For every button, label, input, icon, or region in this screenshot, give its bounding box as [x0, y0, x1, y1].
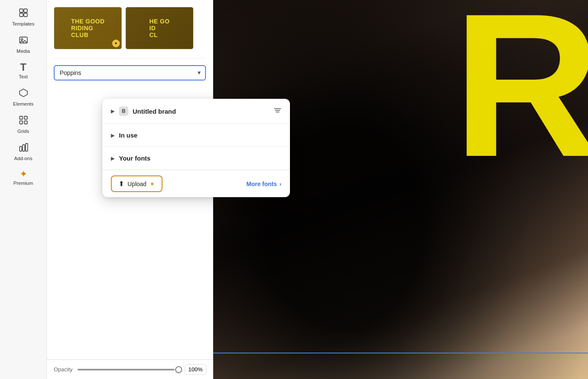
font-select[interactable]: Poppins Roboto Open Sans Montserrat	[54, 65, 206, 80]
more-fonts-label: More fonts	[246, 181, 277, 187]
more-fonts-chevron-icon: ›	[279, 181, 281, 187]
brand-logo-icon: B	[119, 106, 128, 116]
sidebar-item-text-label: Text	[19, 74, 28, 79]
font-select-wrapper: Poppins Roboto Open Sans Montserrat ▼	[54, 65, 206, 80]
sidebar-item-premium-label: Premium	[13, 181, 33, 186]
sidebar: Templates Media T Text Elements	[0, 0, 47, 379]
sidebar-item-templates-label: Templates	[12, 21, 34, 26]
section-title-your-fonts: Your fonts	[119, 155, 281, 162]
sidebar-item-elements[interactable]: Elements	[4, 83, 43, 111]
chevron-right-icon-inuse: ▶	[111, 132, 115, 138]
svg-rect-1	[24, 9, 27, 12]
upload-font-button[interactable]: ⬆ Upload ✦	[111, 175, 162, 192]
sidebar-item-media-label: Media	[17, 49, 30, 54]
template-thumbnail-2[interactable]: HE GOIDCL	[125, 7, 194, 49]
sidebar-item-premium[interactable]: ✦ Premium	[4, 165, 43, 190]
elements-icon	[18, 88, 29, 100]
font-section-header-in-use[interactable]: ▶ In use	[102, 124, 290, 146]
svg-rect-2	[20, 13, 23, 17]
upload-icon: ⬆	[119, 180, 124, 188]
premium-badge-1: ✦	[112, 40, 120, 47]
sidebar-item-text[interactable]: T Text	[4, 58, 43, 83]
sidebar-item-media[interactable]: Media	[4, 31, 43, 58]
section-title-brand: Untitled brand	[133, 108, 269, 115]
chevron-right-icon-brand: ▶	[111, 108, 115, 114]
filter-icon[interactable]	[274, 107, 281, 115]
svg-point-5	[21, 39, 23, 40]
svg-rect-7	[24, 116, 27, 119]
svg-rect-9	[24, 121, 27, 124]
font-section-your-fonts: ▶ Your fonts	[102, 147, 290, 170]
svg-rect-6	[20, 116, 23, 119]
upload-button-label: Upload	[127, 181, 146, 187]
upload-premium-icon: ✦	[150, 181, 155, 187]
media-icon	[18, 35, 29, 47]
addons-icon	[18, 142, 29, 154]
sidebar-item-addons-label: Add-ons	[14, 156, 32, 161]
premium-icon: ✦	[20, 169, 27, 179]
text-icon: T	[20, 62, 26, 72]
sidebar-item-addons[interactable]: Add-ons	[4, 138, 43, 165]
opacity-label: Opacity	[54, 366, 72, 373]
sidebar-item-elements-label: Elements	[13, 101, 34, 106]
svg-rect-11	[23, 145, 25, 151]
templates-icon	[18, 8, 29, 20]
section-title-inuse: In use	[119, 132, 281, 139]
chevron-right-icon-yourfonts: ▶	[111, 155, 115, 161]
sidebar-item-grids-label: Grids	[17, 129, 29, 134]
blue-selection-line	[213, 353, 588, 353]
font-section-untitled-brand: ▶ B Untitled brand	[102, 99, 290, 124]
font-dropdown: ▶ B Untitled brand ▶ In use	[102, 99, 290, 197]
font-dropdown-footer: ⬆ Upload ✦ More fonts ›	[102, 170, 290, 197]
svg-rect-0	[20, 9, 23, 12]
opacity-slider[interactable]	[78, 369, 180, 370]
sidebar-item-templates[interactable]: Templates	[4, 3, 43, 31]
svg-rect-12	[26, 144, 28, 151]
sidebar-item-grids[interactable]: Grids	[4, 111, 43, 138]
svg-rect-3	[24, 13, 27, 17]
yellow-r-letter: R	[453, 0, 588, 187]
svg-rect-8	[20, 121, 23, 124]
left-panel: THE GOODRIDINGCLUB ✦ HE GOIDCL Poppins R…	[47, 0, 213, 379]
font-section-in-use: ▶ In use	[102, 124, 290, 147]
opacity-bar: Opacity 100%	[47, 359, 213, 379]
grids-icon	[18, 115, 29, 127]
thumbnails-row: THE GOODRIDINGCLUB ✦ HE GOIDCL	[54, 7, 206, 49]
font-section-header-your-fonts[interactable]: ▶ Your fonts	[102, 147, 290, 169]
font-section-header-untitled-brand[interactable]: ▶ B Untitled brand	[102, 99, 290, 123]
opacity-value[interactable]: 100%	[185, 364, 206, 375]
template-thumbnail-1[interactable]: THE GOODRIDINGCLUB ✦	[54, 7, 122, 49]
more-fonts-button[interactable]: More fonts ›	[246, 181, 281, 187]
svg-rect-10	[20, 146, 22, 151]
